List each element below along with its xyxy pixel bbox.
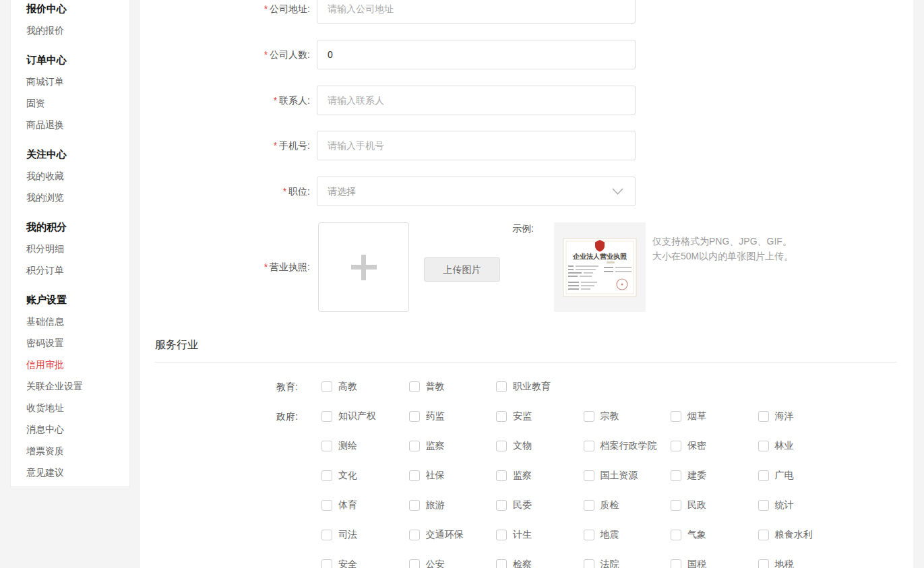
industry-option[interactable]: 检察 <box>496 550 532 568</box>
checkbox[interactable] <box>409 500 420 511</box>
industry-option[interactable]: 民政 <box>671 491 706 520</box>
sidebar-item[interactable]: 消息中心 <box>26 418 129 440</box>
sidebar-item[interactable]: 积分订单 <box>26 259 129 281</box>
sidebar-item[interactable]: 积分明细 <box>26 238 129 259</box>
industry-option[interactable]: 旅游 <box>409 491 445 520</box>
checkbox[interactable] <box>496 441 507 451</box>
industry-option[interactable]: 司法 <box>321 520 357 550</box>
checkbox[interactable] <box>671 470 681 481</box>
checkbox[interactable] <box>321 530 332 540</box>
checkbox[interactable] <box>409 381 420 392</box>
industry-option[interactable]: 统计 <box>758 491 794 520</box>
industry-option[interactable]: 测绘 <box>321 431 357 461</box>
industry-option[interactable]: 宗教 <box>584 402 619 431</box>
industry-option[interactable]: 国税 <box>671 550 706 568</box>
industry-option[interactable]: 药监 <box>409 402 445 431</box>
industry-option[interactable]: 普教 <box>409 372 445 402</box>
checkbox[interactable] <box>496 530 507 540</box>
checkbox[interactable] <box>409 559 420 568</box>
sidebar-item[interactable]: 商城订单 <box>26 71 129 92</box>
industry-option[interactable]: 安监 <box>496 402 532 431</box>
industry-option[interactable]: 职业教育 <box>496 372 551 402</box>
sidebar-item[interactable]: 信用审批 <box>26 354 129 375</box>
sidebar-item[interactable]: 意见建议 <box>26 462 129 483</box>
checkbox[interactable] <box>671 530 681 540</box>
checkbox[interactable] <box>584 530 594 540</box>
industry-option[interactable]: 交通环保 <box>409 520 464 550</box>
industry-option[interactable]: 气象 <box>671 520 706 550</box>
checkbox[interactable] <box>584 500 594 511</box>
industry-option[interactable]: 法院 <box>584 550 619 568</box>
industry-option[interactable]: 档案行政学院 <box>584 431 657 461</box>
sidebar-item[interactable]: 关联企业设置 <box>26 375 129 397</box>
checkbox[interactable] <box>758 470 769 481</box>
industry-option[interactable]: 海洋 <box>758 402 794 431</box>
sidebar-item[interactable]: 我的收藏 <box>26 165 129 187</box>
upload-image-button[interactable]: 上传图片 <box>424 257 500 282</box>
industry-option[interactable]: 广电 <box>758 461 794 491</box>
contact-person-input[interactable] <box>317 86 636 115</box>
industry-option[interactable]: 高教 <box>321 372 357 402</box>
checkbox[interactable] <box>584 559 594 568</box>
industry-option[interactable]: 文物 <box>496 431 532 461</box>
checkbox[interactable] <box>671 441 681 451</box>
industry-option[interactable]: 公安 <box>409 550 445 568</box>
checkbox[interactable] <box>321 441 332 451</box>
industry-option[interactable]: 林业 <box>758 431 794 461</box>
checkbox[interactable] <box>758 530 769 540</box>
industry-option[interactable]: 质检 <box>584 491 619 520</box>
position-select[interactable]: 请选择 <box>317 177 636 206</box>
checkbox[interactable] <box>671 559 681 568</box>
industry-option[interactable]: 体育 <box>321 491 357 520</box>
industry-option[interactable]: 监察 <box>496 461 532 491</box>
phone-number-input[interactable] <box>317 131 636 160</box>
checkbox[interactable] <box>321 470 332 481</box>
checkbox[interactable] <box>496 559 507 568</box>
company-address-input[interactable] <box>317 0 636 24</box>
industry-option[interactable]: 安全 <box>321 550 357 568</box>
checkbox[interactable] <box>758 441 769 451</box>
checkbox[interactable] <box>758 559 769 568</box>
industry-option[interactable]: 国土资源 <box>584 461 638 491</box>
industry-option[interactable]: 烟草 <box>671 402 706 431</box>
industry-option[interactable]: 地震 <box>584 520 619 550</box>
checkbox[interactable] <box>321 559 332 568</box>
checkbox[interactable] <box>496 500 507 511</box>
industry-option[interactable]: 保密 <box>671 431 706 461</box>
industry-option[interactable]: 地税 <box>758 550 794 568</box>
checkbox[interactable] <box>409 530 420 540</box>
checkbox[interactable] <box>496 411 507 422</box>
checkbox[interactable] <box>671 500 681 511</box>
sidebar-item[interactable]: 固资 <box>26 92 129 114</box>
license-upload-box[interactable] <box>318 222 409 312</box>
industry-option[interactable]: 建委 <box>671 461 706 491</box>
industry-option[interactable]: 监察 <box>409 431 445 461</box>
checkbox[interactable] <box>758 500 769 511</box>
checkbox[interactable] <box>584 470 594 481</box>
checkbox[interactable] <box>584 441 594 451</box>
checkbox[interactable] <box>671 411 681 422</box>
checkbox[interactable] <box>584 411 594 422</box>
sidebar-item[interactable]: 密码设置 <box>26 332 129 354</box>
industry-option[interactable]: 文化 <box>321 461 357 491</box>
sidebar-item[interactable]: 基础信息 <box>26 311 129 332</box>
checkbox[interactable] <box>409 470 420 481</box>
checkbox[interactable] <box>496 381 507 392</box>
checkbox[interactable] <box>409 411 420 422</box>
industry-option[interactable]: 粮食水利 <box>758 520 813 550</box>
checkbox[interactable] <box>409 441 420 451</box>
sidebar-item[interactable]: 商品退换 <box>26 114 129 135</box>
company-size-input[interactable] <box>317 40 636 69</box>
sidebar-item[interactable]: 我的报价 <box>26 20 129 41</box>
industry-option[interactable]: 计生 <box>496 520 532 550</box>
checkbox[interactable] <box>321 381 332 392</box>
checkbox[interactable] <box>321 411 332 422</box>
sidebar-item[interactable]: 我的浏览 <box>26 187 129 208</box>
industry-option[interactable]: 社保 <box>409 461 445 491</box>
checkbox[interactable] <box>321 500 332 511</box>
sidebar-item[interactable]: 增票资质 <box>26 440 129 462</box>
industry-option[interactable]: 民委 <box>496 491 532 520</box>
checkbox[interactable] <box>496 470 507 481</box>
checkbox[interactable] <box>758 411 769 422</box>
industry-option[interactable]: 知识产权 <box>321 402 376 431</box>
